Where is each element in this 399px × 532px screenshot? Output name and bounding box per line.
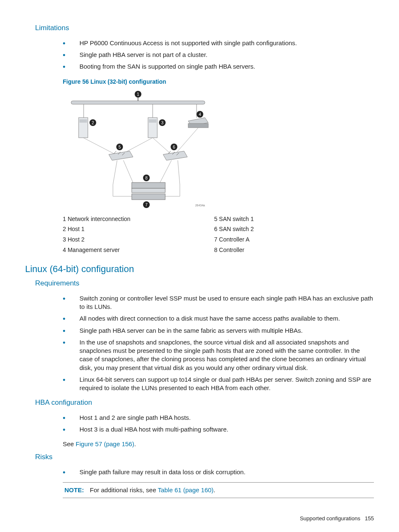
note-box: NOTE: For additional risks, see Table 61… [63, 482, 374, 498]
svg-rect-15 [188, 123, 208, 128]
list-item: Linux 64-bit servers can support up to14… [63, 374, 374, 394]
figure56-legend: 1 Network interconnection 2 Host 1 3 Hos… [63, 214, 374, 256]
svg-rect-0 [71, 101, 205, 104]
list-item: Booting from the SAN is supported on sin… [63, 61, 374, 72]
svg-line-28 [159, 160, 171, 185]
svg-line-29 [178, 160, 180, 185]
list-item: Single path HBA server is not part of a … [63, 49, 374, 61]
svg-text:8: 8 [145, 176, 148, 180]
list-item: Host 1 and 2 are single path HBA hosts. [63, 412, 374, 424]
svg-rect-8 [79, 119, 87, 123]
page-footer: Supported configurations 155 [25, 515, 374, 522]
svg-rect-35 [132, 188, 165, 193]
svg-text:6: 6 [173, 145, 175, 149]
svg-text:2: 2 [92, 121, 94, 125]
note-prefix: For additional risks, see [90, 486, 158, 493]
list-item: HP P6000 Continuous Access is not suppor… [63, 37, 374, 49]
svg-text:3: 3 [161, 121, 164, 125]
list-item: Single path HBA server can be in the sam… [63, 325, 374, 337]
note-label: NOTE: [64, 486, 84, 493]
see-prefix: See [63, 440, 76, 447]
footer-page: 155 [365, 515, 374, 522]
footer-text: Supported configurations [300, 515, 361, 522]
list-item: In the use of snapshots and snapclones, … [63, 337, 374, 374]
list-item: All nodes with direct connection to a di… [63, 313, 374, 324]
legend-item: 4 Management server [63, 245, 130, 255]
limitations-list: HP P6000 Continuous Access is not suppor… [63, 37, 374, 73]
see-suffix: . [134, 440, 136, 447]
svg-text:5: 5 [118, 145, 121, 149]
legend-item: 2 Host 1 [63, 224, 130, 234]
svg-rect-36 [132, 194, 165, 200]
requirements-heading: Requirements [35, 279, 374, 288]
risks-list: Single path failure may result in data l… [63, 466, 374, 478]
legend-item: 8 Controller [214, 245, 254, 255]
svg-line-20 [153, 138, 171, 154]
svg-rect-12 [149, 119, 156, 123]
svg-rect-34 [132, 182, 165, 188]
legend-item: 1 Network interconnection [63, 214, 130, 224]
list-item: Host 3 is a dual HBA host with multi-pat… [63, 424, 374, 435]
list-item: Single path failure may result in data l… [63, 466, 374, 478]
figure56-diagram: 1 2 3 4 5 6 8 7 26434a [63, 88, 374, 210]
legend-item: 7 Controller A [214, 234, 254, 245]
note-suffix: . [214, 486, 215, 493]
risks-heading: Risks [35, 452, 374, 462]
list-item: Switch zoning or controller level SSP mu… [63, 293, 374, 313]
linux64-heading: Linux (64-bit) configuration [25, 263, 374, 275]
legend-item: 6 SAN switch 2 [214, 224, 254, 234]
requirements-list: Switch zoning or controller level SSP mu… [63, 293, 374, 394]
legend-item: 5 SAN switch 1 [214, 214, 254, 224]
limitations-heading: Limitations [35, 23, 374, 33]
figure56-caption: Figure 56 Linux (32-bit) configuration [63, 78, 374, 86]
svg-line-21 [175, 128, 198, 154]
svg-line-18 [83, 138, 117, 155]
see-figure-line: See Figure 57 (page 156). [63, 440, 374, 448]
figure57-link[interactable]: Figure 57 (page 156) [76, 440, 134, 447]
svg-text:7: 7 [145, 203, 148, 207]
hba-list: Host 1 and 2 are single path HBA hosts. … [63, 412, 374, 436]
diagram-id-label: 26434a [195, 204, 205, 207]
svg-text:4: 4 [199, 112, 201, 117]
svg-text:1: 1 [137, 92, 139, 97]
legend-item: 3 Host 2 [63, 234, 130, 245]
table61-link[interactable]: Table 61 (page 160) [158, 486, 213, 493]
svg-line-26 [113, 160, 117, 185]
svg-line-27 [123, 160, 134, 185]
hba-heading: HBA configuration [35, 398, 374, 408]
